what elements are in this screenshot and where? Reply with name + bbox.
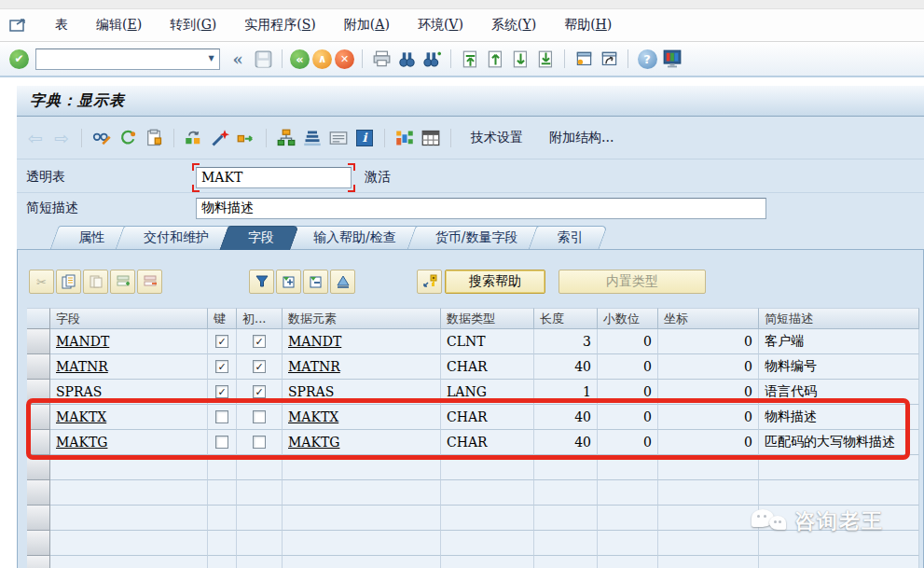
- print-icon[interactable]: [370, 48, 393, 70]
- tab-5[interactable]: 货币/数量字段: [411, 226, 539, 250]
- tab-3[interactable]: 字段: [224, 226, 295, 250]
- menu-item-8[interactable]: 帮助(H): [550, 17, 626, 34]
- initial-checkbox[interactable]: ✓: [253, 385, 266, 398]
- field-name[interactable]: MATNR: [56, 359, 108, 374]
- key-checkbox[interactable]: ✓: [215, 360, 228, 373]
- menu-item-5[interactable]: 附加(A): [330, 17, 404, 34]
- delete-entry-icon[interactable]: [303, 270, 328, 294]
- column-header[interactable]: 键: [208, 308, 237, 329]
- column-header[interactable]: 初...: [237, 308, 283, 329]
- row-selector[interactable]: [27, 506, 50, 531]
- exit-icon[interactable]: ∧: [312, 49, 332, 69]
- tab-1[interactable]: 属性: [54, 226, 125, 250]
- cancel-icon[interactable]: ✕: [335, 49, 354, 69]
- find-next-icon[interactable]: [421, 48, 443, 70]
- enter-check-icon[interactable]: ✔: [9, 49, 29, 69]
- customize-layout-icon[interactable]: [661, 48, 683, 70]
- next-page-icon[interactable]: [509, 48, 531, 70]
- system-menu-icon[interactable]: [9, 17, 30, 34]
- data-element-link[interactable]: MAKTG: [288, 435, 339, 450]
- initial-checkbox[interactable]: ✓: [253, 335, 266, 348]
- row-selector[interactable]: [27, 455, 50, 480]
- column-header[interactable]: 数据元素: [283, 308, 441, 329]
- find-icon[interactable]: [395, 48, 418, 70]
- previous-page-icon[interactable]: [484, 48, 506, 70]
- where-used-icon[interactable]: [235, 127, 257, 149]
- data-element-link[interactable]: MAKTX: [288, 409, 338, 424]
- short-description-input[interactable]: [196, 198, 766, 219]
- tab-6[interactable]: 索引: [532, 226, 603, 250]
- row-selector[interactable]: [27, 480, 50, 506]
- column-header[interactable]: 坐标: [658, 308, 759, 329]
- search-help-button[interactable]: 搜索帮助: [445, 270, 545, 294]
- filter-icon[interactable]: [249, 270, 274, 294]
- command-dropdown-icon[interactable]: ▼: [204, 51, 218, 66]
- help-icon[interactable]: ?: [636, 48, 658, 70]
- tab-4[interactable]: 输入帮助/检查: [289, 226, 417, 250]
- key-checkbox[interactable]: [215, 410, 228, 423]
- initial-checkbox[interactable]: [253, 410, 266, 423]
- row-selector[interactable]: [27, 329, 50, 354]
- copy-rows-icon[interactable]: [56, 270, 81, 294]
- initial-checkbox[interactable]: ✓: [253, 360, 266, 373]
- insert-row-icon[interactable]: [110, 270, 135, 294]
- sort-ascending-icon[interactable]: [330, 270, 355, 294]
- menu-item-4[interactable]: 实用程序(S): [230, 17, 330, 34]
- back-arrow-icon[interactable]: ⇦: [24, 127, 47, 149]
- column-header[interactable]: 小数位: [598, 308, 658, 329]
- data-element-link[interactable]: MANDT: [288, 334, 341, 349]
- menu-item-3[interactable]: 转到(G): [156, 17, 230, 34]
- save-icon[interactable]: [252, 48, 274, 70]
- last-page-icon[interactable]: [534, 48, 557, 70]
- column-header[interactable]: 简短描述: [759, 308, 919, 329]
- table-view-icon[interactable]: [420, 127, 442, 149]
- field-name[interactable]: MAKTG: [56, 435, 107, 450]
- row-selector[interactable]: [27, 430, 50, 455]
- row-selector[interactable]: [27, 354, 50, 380]
- display-change-icon[interactable]: [90, 127, 113, 149]
- back-icon[interactable]: «: [290, 49, 310, 69]
- other-object-icon[interactable]: [183, 127, 205, 149]
- delete-row-icon[interactable]: [137, 270, 162, 294]
- initial-checkbox[interactable]: [253, 436, 266, 449]
- field-name[interactable]: MAKTX: [56, 409, 106, 424]
- hierarchy-icon[interactable]: [275, 127, 297, 149]
- info-icon[interactable]: i: [353, 127, 376, 149]
- key-icon[interactable]: [417, 270, 442, 294]
- copy-object-icon[interactable]: [143, 127, 165, 149]
- menu-item-7[interactable]: 系统(Y): [477, 17, 550, 34]
- key-checkbox[interactable]: ✓: [215, 385, 228, 398]
- select-all-cell[interactable]: [27, 308, 50, 329]
- key-checkbox[interactable]: [215, 436, 228, 449]
- activate-icon[interactable]: [209, 127, 231, 149]
- insert-entry-icon[interactable]: [276, 270, 301, 294]
- tab-2[interactable]: 交付和维护: [119, 226, 229, 250]
- collapse-icon[interactable]: «: [227, 48, 249, 70]
- first-page-icon[interactable]: [459, 48, 481, 70]
- append-structure-button[interactable]: 附加结构...: [538, 127, 625, 149]
- table-name-input[interactable]: [196, 167, 352, 188]
- builtin-type-button[interactable]: 内置类型: [559, 270, 706, 294]
- row-selector[interactable]: [27, 531, 50, 556]
- menu-item-2[interactable]: 编辑(E): [82, 17, 156, 34]
- row-selector[interactable]: [27, 405, 50, 430]
- technical-settings-button[interactable]: 技术设置: [460, 127, 534, 149]
- field-name[interactable]: MANDT: [56, 334, 109, 349]
- key-checkbox[interactable]: ✓: [215, 335, 228, 348]
- columns-settings-icon[interactable]: [393, 127, 416, 149]
- column-header[interactable]: 长度: [534, 308, 598, 329]
- command-input[interactable]: [35, 48, 220, 70]
- new-session-icon[interactable]: [572, 48, 595, 70]
- display-list-icon[interactable]: [327, 127, 350, 149]
- row-selector[interactable]: [27, 556, 50, 568]
- column-header[interactable]: 数据类型: [441, 308, 534, 329]
- cut-icon[interactable]: ✂: [29, 270, 54, 294]
- menu-item-1[interactable]: 表: [41, 17, 82, 34]
- column-header[interactable]: 字段: [50, 308, 208, 329]
- sort-index-icon[interactable]: [301, 127, 324, 149]
- forward-arrow-icon[interactable]: ⇨: [50, 127, 73, 149]
- menu-item-6[interactable]: 环境(V): [404, 17, 477, 34]
- data-element-link[interactable]: MATNR: [288, 359, 340, 374]
- create-shortcut-icon[interactable]: [598, 48, 620, 70]
- refresh-icon[interactable]: [117, 127, 139, 149]
